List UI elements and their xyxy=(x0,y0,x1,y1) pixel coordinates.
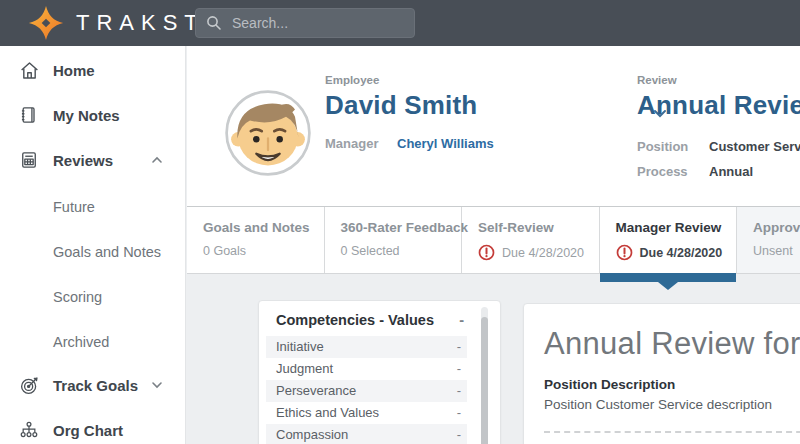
sidebar-item-goals-and-notes[interactable]: Goals and Notes xyxy=(0,239,186,265)
position-description-title: Position Description xyxy=(544,377,800,392)
competency-row-ethics-and-values[interactable]: Ethics and Values - xyxy=(266,402,467,424)
active-tab-pointer xyxy=(658,282,678,290)
tab-self-review[interactable]: Self-Review Due 4/28/2020 xyxy=(462,207,600,273)
collapse-toggle[interactable]: - xyxy=(459,312,464,328)
dashed-divider xyxy=(544,431,800,433)
competency-row-compassion[interactable]: Compassion - xyxy=(266,424,467,444)
scrollbar-thumb[interactable] xyxy=(481,317,488,444)
sidebar-item-label: Archived xyxy=(53,334,109,350)
tab-sub-text: 0 Selected xyxy=(341,244,400,258)
manager-label: Manager xyxy=(325,136,385,151)
search-box[interactable] xyxy=(195,8,415,38)
sidebar-item-reviews[interactable]: Reviews xyxy=(0,147,186,173)
org-chart-icon xyxy=(18,420,40,440)
sidebar-item-track-goals[interactable]: Track Goals xyxy=(0,372,186,398)
warning-icon xyxy=(478,244,495,261)
target-icon xyxy=(18,375,40,396)
trakstar-logo-icon xyxy=(28,5,64,41)
sidebar-item-label: My Notes xyxy=(53,107,120,124)
review-step-tabs: Goals and Notes 0 Goals 360-Rater Feedba… xyxy=(187,206,800,274)
sidebar-item-home[interactable]: Home xyxy=(0,57,186,83)
search-input[interactable] xyxy=(232,15,413,31)
review-header: Employee David Smith Manager Cheryl Will… xyxy=(187,46,800,206)
sidebar-item-label: Future xyxy=(53,199,95,215)
process-label: Process xyxy=(637,164,697,179)
home-icon xyxy=(18,60,40,81)
tab-sub-text: Due 4/28/2020 xyxy=(502,246,584,260)
warning-icon xyxy=(616,244,633,261)
tab-content: Competencies - Values - Initiative - Jud… xyxy=(187,274,800,444)
competency-score: - xyxy=(457,405,461,420)
competency-score: - xyxy=(457,339,461,354)
competencies-panel: Competencies - Values - Initiative - Jud… xyxy=(258,300,501,444)
sidebar-item-label: Home xyxy=(53,62,95,79)
position-value: Customer Service xyxy=(709,139,800,154)
competency-row-initiative[interactable]: Initiative - xyxy=(266,336,467,358)
sidebar-item-archived[interactable]: Archived xyxy=(0,329,186,355)
notebook-icon xyxy=(18,105,40,125)
employee-label: Employee xyxy=(325,74,379,86)
reviews-document-icon xyxy=(18,150,40,170)
topbar: TRAKSTAR xyxy=(0,0,800,46)
tab-sub-text: Due 4/28/2020 xyxy=(640,246,723,260)
competency-score: - xyxy=(457,383,461,398)
trakstar-app: TRAKSTAR Home M xyxy=(0,0,800,444)
competencies-panel-title: Competencies - Values xyxy=(276,312,434,328)
employee-name: David Smith xyxy=(325,90,477,121)
sidebar-item-label: Reviews xyxy=(53,152,113,169)
position-label: Position xyxy=(637,139,697,154)
active-tab-indicator xyxy=(600,273,737,282)
sidebar-item-future[interactable]: Future xyxy=(0,194,186,220)
review-name: Annual Review xyxy=(637,90,800,121)
manager-review-panel: Annual Review for Position Description P… xyxy=(523,303,800,444)
sidebar-item-scoring[interactable]: Scoring xyxy=(0,284,186,310)
sidebar-item-label: Org Chart xyxy=(53,422,123,439)
manager-name-link[interactable]: Cheryl Williams xyxy=(397,136,494,151)
search-icon xyxy=(206,15,222,31)
competency-score: - xyxy=(457,361,461,376)
chevron-down-icon[interactable] xyxy=(150,378,164,396)
sidebar-item-label: Goals and Notes xyxy=(53,244,161,260)
review-heading: Annual Review for xyxy=(544,326,800,362)
sidebar-item-label: Track Goals xyxy=(53,377,138,394)
tab-goals-and-notes[interactable]: Goals and Notes 0 Goals xyxy=(187,207,325,273)
sidebar-item-label: Scoring xyxy=(53,289,102,305)
tab-approval[interactable]: Approval ( Unsent xyxy=(737,207,800,273)
tab-sub-text: 0 Goals xyxy=(203,244,246,258)
tab-360-rater-feedback[interactable]: 360-Rater Feedback 0 Selected xyxy=(325,207,463,273)
competency-row-perseverance[interactable]: Perseverance - xyxy=(266,380,467,402)
review-label: Review xyxy=(637,74,677,86)
avatar xyxy=(223,88,313,178)
tab-sub-text: Unsent xyxy=(753,244,793,258)
competency-score: - xyxy=(457,427,461,442)
sidebar-item-my-notes[interactable]: My Notes xyxy=(0,102,186,128)
sidebar-item-org-chart[interactable]: Org Chart xyxy=(0,417,186,443)
position-description-body: Position Customer Service description xyxy=(544,397,800,412)
chevron-up-icon[interactable] xyxy=(150,153,164,171)
sidebar: Home My Notes Reviews xyxy=(0,46,186,444)
competency-row-judgment[interactable]: Judgment - xyxy=(266,358,467,380)
process-value: Annual xyxy=(709,164,753,179)
tab-manager-review[interactable]: Manager Review Due 4/28/2020 xyxy=(600,207,738,273)
